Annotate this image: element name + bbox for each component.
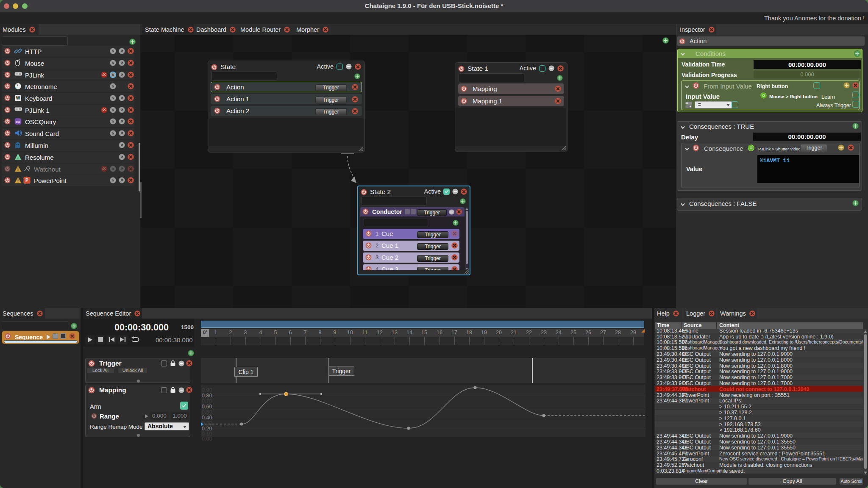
svg-text:P: P xyxy=(25,178,28,183)
svg-text:osc: osc xyxy=(16,120,20,123)
svg-text:W: W xyxy=(16,96,20,100)
